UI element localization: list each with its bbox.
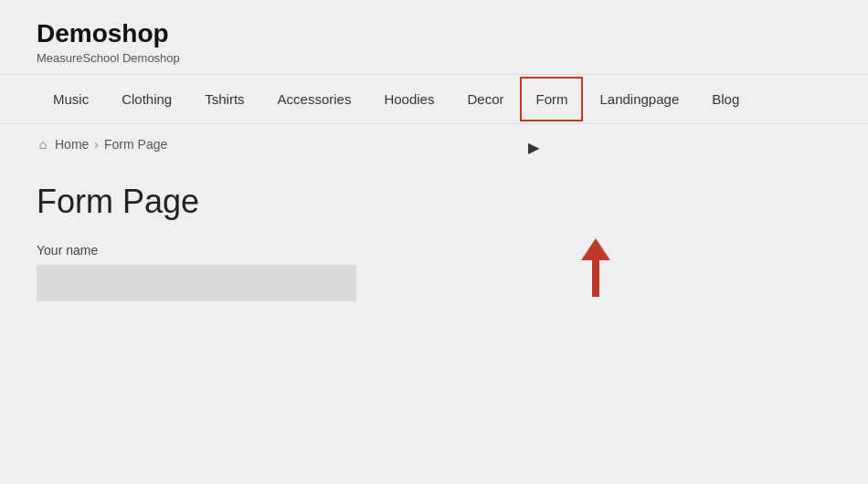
page-title: Form Page <box>37 183 831 221</box>
nav-item-hoodies[interactable]: Hoodies <box>367 75 450 123</box>
form-group-name: Your name <box>37 243 831 301</box>
name-input[interactable] <box>37 265 356 301</box>
main-nav: Music Clothing Tshirts Accessories Hoodi… <box>0 74 868 124</box>
home-icon: ⌂ <box>37 138 49 151</box>
nav-item-music[interactable]: Music <box>37 75 105 123</box>
nav-item-clothing[interactable]: Clothing <box>105 75 188 123</box>
cursor-pointer: ▶ <box>528 139 539 156</box>
nav-item-landingpage[interactable]: Landingpage <box>583 75 695 123</box>
annotation-arrow <box>581 238 610 297</box>
main-content: Form Page Your name <box>0 164 868 338</box>
nav-wrapper: Music Clothing Tshirts Accessories Hoodi… <box>0 74 868 124</box>
nav-item-accessories[interactable]: Accessories <box>261 75 368 123</box>
breadcrumb-separator: › <box>94 137 99 152</box>
arrow-head <box>581 238 610 260</box>
nav-item-tshirts[interactable]: Tshirts <box>188 75 260 123</box>
breadcrumb-current: Form Page <box>104 137 167 152</box>
site-header: Demoshop MeasureSchool Demoshop <box>0 0 868 74</box>
nav-item-decor[interactable]: Decor <box>450 75 520 123</box>
nav-item-blog[interactable]: Blog <box>695 75 756 123</box>
site-title: Demoshop <box>37 18 831 49</box>
site-subtitle: MeasureSchool Demoshop <box>37 51 831 65</box>
breadcrumb: ⌂ Home › Form Page ▶ <box>0 124 868 164</box>
arrow-shaft <box>592 260 599 297</box>
nav-item-form[interactable]: Form <box>520 77 583 121</box>
breadcrumb-home-link[interactable]: Home <box>55 137 89 152</box>
name-label: Your name <box>37 243 831 258</box>
